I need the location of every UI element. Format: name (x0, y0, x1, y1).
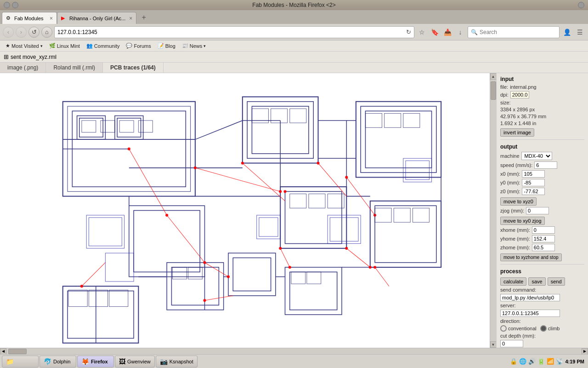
main-vscroll[interactable]: ▲ ▼ (490, 73, 496, 348)
save-button[interactable]: save (528, 277, 545, 286)
pcb-canvas[interactable] (0, 73, 490, 348)
home-button[interactable]: ⌂ (41, 27, 52, 38)
climb-label: climb (548, 326, 560, 331)
yhome-row: yhome (mm): (500, 235, 584, 242)
y0-row: y0 (mm): (500, 179, 584, 186)
menu-icon[interactable]: ☰ (574, 27, 585, 38)
reload-button[interactable]: ↺ (28, 27, 40, 38)
tab-rihanna[interactable]: ▶ Rihanna - Only Girl (Ac... × (57, 12, 136, 24)
calculate-button[interactable]: calculate (500, 277, 526, 286)
wifi-icon: 📡 (556, 358, 563, 365)
bookmark-linux-mint[interactable]: 🌿 Linux Mint (46, 42, 83, 50)
xhome-label: xhome (mm): (500, 227, 530, 233)
server-input[interactable] (500, 310, 560, 317)
bookmark-manage-icon[interactable]: 🔖 (429, 27, 440, 38)
tab-image-png[interactable]: image (.png) (0, 63, 46, 73)
svg-point-66 (345, 176, 348, 178)
back-button[interactable]: ‹ (3, 27, 14, 38)
title-close-btn[interactable] (578, 2, 584, 8)
z0-input[interactable] (522, 188, 545, 195)
invert-btn-row: invert image (500, 127, 584, 137)
title-restore-btn[interactable] (12, 2, 18, 8)
climb-radio[interactable]: climb (540, 325, 560, 332)
tab-fab-modules[interactable]: ⚙ Fab Modules × (2, 12, 57, 24)
move-xy0-button[interactable]: move to xy0 zjog (500, 217, 545, 225)
tab-pcb-traces[interactable]: PCB traces (1/64) (103, 63, 164, 73)
new-tab-button[interactable]: + (138, 12, 149, 23)
search-bar[interactable]: 🔍 (468, 26, 560, 38)
move-xy0-row: move to xy0 zjog (500, 216, 584, 225)
bookmark-linux-mint-label: Linux Mint (57, 43, 80, 49)
move-home-button[interactable]: move to xyzhome and stop (500, 253, 562, 261)
input-size-mm-row: 42.976 x 36.779 mm (500, 114, 584, 119)
send-button[interactable]: send (548, 277, 565, 286)
scroll-down-arrow[interactable]: ▼ (490, 341, 497, 348)
bookmark-blog[interactable]: 📝 Blog (155, 42, 178, 50)
clock: 4:19 PM (565, 359, 584, 364)
address-reload-icon[interactable]: ↻ (406, 29, 411, 35)
conventional-radio-circle[interactable] (500, 325, 507, 332)
most-visited-arrow-icon: ▾ (40, 44, 43, 48)
pocket-icon[interactable]: 📥 (442, 27, 453, 38)
app-header-title: sent move_xyz.rml (11, 54, 57, 60)
scroll-thumb[interactable] (491, 81, 496, 100)
taskbar-ksnapshot[interactable]: 📷 Ksnapshot (156, 356, 198, 368)
conventional-label: conventional (508, 326, 537, 331)
app-header: ⊞ sent move_xyz.rml (0, 52, 588, 63)
machine-select[interactable]: MDX-40 MDX-20 (521, 152, 552, 160)
tab-close-fab[interactable]: × (50, 15, 53, 22)
move-xyz-button[interactable]: move to xyz0 (500, 197, 537, 206)
title-minimize-btn[interactable] (4, 2, 10, 8)
xhome-input[interactable] (532, 226, 555, 234)
direction-label: direction: (500, 318, 521, 324)
svg-point-77 (283, 190, 286, 193)
zhome-input[interactable] (532, 244, 555, 251)
bottom-scrollbar[interactable]: ◀ ▶ (0, 348, 588, 354)
invert-image-button[interactable]: invert image (500, 128, 534, 137)
forward-button[interactable]: › (16, 27, 27, 38)
send-command-input[interactable] (500, 294, 560, 301)
scroll-right-arrow[interactable]: ▶ (582, 348, 588, 355)
conventional-radio[interactable]: conventional (500, 325, 537, 332)
scroll-left-arrow[interactable]: ◀ (0, 348, 6, 355)
climb-radio-circle[interactable] (540, 325, 547, 332)
machine-label: machine (500, 153, 520, 159)
taskbar-gwenview[interactable]: 🖼 Gwenview (115, 356, 155, 368)
tabbar: ⚙ Fab Modules × ▶ Rihanna - Only Girl (A… (0, 10, 588, 24)
svg-point-68 (203, 261, 206, 264)
bookmark-community[interactable]: 👥 Community (84, 42, 123, 50)
bookmark-star-icon[interactable]: ☆ (416, 27, 427, 38)
ksnapshot-label: Ksnapshot (170, 359, 193, 364)
y0-input[interactable] (522, 179, 545, 186)
speed-input[interactable] (534, 161, 557, 169)
tab-favicon-fab: ⚙ (6, 15, 12, 22)
taskbar-dolphin[interactable]: 🐬 Dolphin (40, 356, 76, 368)
download-icon[interactable]: ↓ (455, 27, 466, 38)
input-size-in-row: 1.692 x 1.448 in (500, 121, 584, 126)
yhome-input[interactable] (532, 235, 555, 242)
user-icon[interactable]: 👤 (561, 27, 572, 38)
address-input[interactable] (57, 29, 404, 35)
address-bar[interactable]: ↻ (54, 26, 414, 38)
tab-close-rihanna[interactable]: × (129, 15, 132, 22)
input-size-px-row: 3384 x 2896 px (500, 107, 584, 112)
hscroll-thumb[interactable] (8, 349, 27, 354)
search-input[interactable] (480, 29, 556, 35)
move-home-row: move to xyzhome and stop (500, 253, 584, 261)
output-section-title: output (500, 144, 584, 150)
zjog-input[interactable] (526, 207, 549, 214)
x0-input[interactable] (522, 170, 545, 178)
cut-depth-input[interactable] (500, 340, 523, 347)
taskbar-firefox[interactable]: 🦊 Firefox (77, 356, 114, 368)
bookmark-most-visited[interactable]: ★ Most Visited ▾ (3, 42, 45, 50)
scroll-up-arrow[interactable]: ▲ (490, 73, 497, 80)
browser-content: ⊞ sent move_xyz.rml image (.png) Roland … (0, 52, 588, 354)
zjog-label: zjog (mm): (500, 208, 524, 213)
tab-roland-mill[interactable]: Roland mill (.rml) (46, 63, 103, 73)
taskbar-file-manager[interactable]: 📁 (2, 356, 39, 368)
bookmark-news[interactable]: 📰 News ▾ (179, 42, 209, 50)
svg-point-75 (288, 266, 291, 269)
cut-depth-row (500, 340, 584, 347)
right-panel: input file: internal.png dpi: 2000.0 siz… (496, 73, 588, 348)
bookmark-forums[interactable]: 💬 Forums (123, 42, 153, 50)
